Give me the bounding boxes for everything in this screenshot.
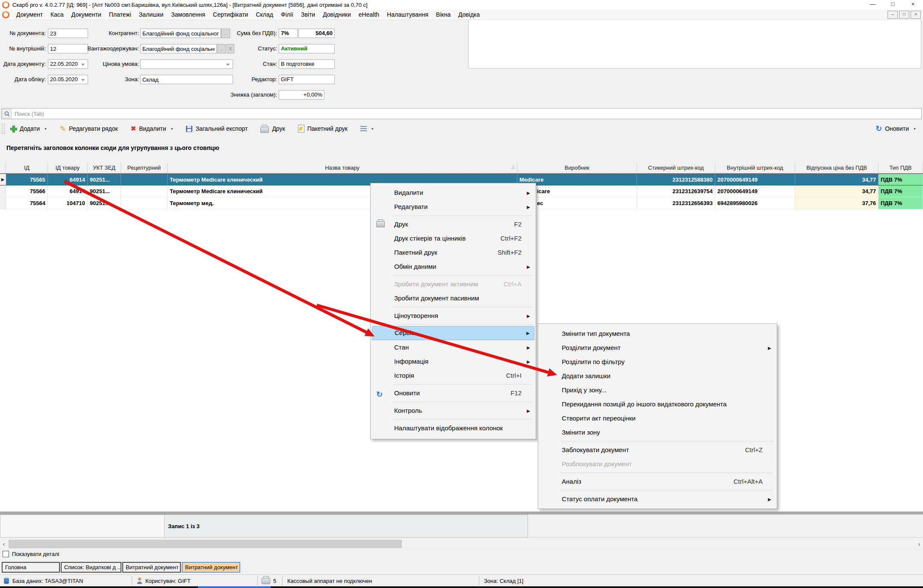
ctx-edit[interactable]: Редагувати▶ <box>372 200 534 214</box>
submenu-arrow-icon: ▶ <box>768 492 771 506</box>
menu-stocks[interactable]: Залишки <box>135 11 167 18</box>
scroll-right-button[interactable]: › <box>915 539 923 549</box>
delete-button[interactable]: Видалити ▼ <box>131 125 174 132</box>
column-header-recipe[interactable]: Рецептурний <box>121 162 168 173</box>
footer-top-strip <box>0 512 923 514</box>
ctx-arrival-to-zone[interactable]: Прихід у зону... <box>540 383 776 397</box>
ctx-payment-status[interactable]: Статус оплати документа▶ <box>540 492 776 506</box>
ctx-lock-document[interactable]: Заблокувати документCtrl+Z <box>540 443 776 457</box>
ctx-information[interactable]: Інформація▶ <box>372 354 534 368</box>
scrollbar-thumb[interactable] <box>9 540 402 548</box>
service-submenu: Змінити тип документа Розділити документ… <box>538 323 777 509</box>
column-header-vat-type[interactable]: Тип ПДВ <box>879 162 923 173</box>
tab-bar: Головна Список: Видаткові д ... Витратни… <box>0 562 923 573</box>
menu-ehealth[interactable]: eHealth <box>355 11 383 18</box>
add-button[interactable]: Додати ▼ <box>10 125 47 132</box>
ctx-analysis[interactable]: АналізCtrl+Alt+A <box>540 474 776 488</box>
ctx-control[interactable]: Контроль▶ <box>372 403 534 417</box>
discount-input[interactable]: +0,00% <box>279 90 324 100</box>
mdi-restore-button[interactable]: □ <box>899 11 909 19</box>
ctx-split-document[interactable]: Розділити документ▶ <box>540 341 776 355</box>
row-indicator-header <box>0 162 6 173</box>
column-header-product-id[interactable]: ІД товару <box>48 162 88 173</box>
ctx-batch-print[interactable]: Пакетний друкShift+F2 <box>372 245 534 259</box>
ctx-history[interactable]: ІсторіяCtrl+I <box>372 368 534 382</box>
toolbar-drag-handle[interactable] <box>2 123 5 134</box>
menu-certificates[interactable]: Сертифікати <box>209 11 252 18</box>
column-header-price[interactable]: Відпускна ціна без ПДВ <box>795 162 879 173</box>
column-header-id[interactable]: ІД <box>6 162 48 173</box>
delete-x-icon <box>131 125 136 132</box>
scroll-left-button[interactable]: ‹ <box>0 539 8 549</box>
submenu-arrow-icon: ▶ <box>527 355 530 369</box>
search-input[interactable] <box>12 111 921 117</box>
column-header-producer[interactable]: Виробник <box>517 162 637 173</box>
ctx-print-stickers[interactable]: Друк стікерів та цінниківCtrl+F2 <box>372 231 534 245</box>
ctx-refresh[interactable]: ОновитиF12 <box>372 386 534 400</box>
refresh-button[interactable]: Оновити ▼ <box>876 121 916 136</box>
ctx-change-doc-type[interactable]: Змінити тип документа <box>540 326 776 341</box>
submenu-arrow-icon: ▶ <box>527 200 530 214</box>
batch-print-button[interactable]: Пакетний друк <box>298 125 348 132</box>
menu-document[interactable]: Документ <box>12 11 47 18</box>
database-icon <box>3 577 9 584</box>
horizontal-scrollbar[interactable]: ‹ › <box>0 539 923 549</box>
tab-expense-document-2-active[interactable]: Витратний документ .. <box>182 562 240 573</box>
ctx-create-revaluation-act[interactable]: Створити акт переоцінки <box>540 411 776 425</box>
menu-reports[interactable]: Звіти <box>297 11 319 18</box>
menu-help[interactable]: Довідка <box>454 11 484 18</box>
pencil-icon <box>60 125 66 132</box>
mdi-minimize-button[interactable]: – <box>888 11 898 19</box>
add-dropdown-caret[interactable]: ▼ <box>44 127 47 130</box>
sort-ascending-icon[interactable]: △ <box>511 165 515 169</box>
delete-dropdown-caret[interactable]: ▼ <box>171 127 174 130</box>
column-header-ukt[interactable]: УКТ ЗЕД <box>88 162 121 173</box>
tab-expense-list[interactable]: Список: Видаткові д ... <box>61 562 121 573</box>
menu-documents[interactable]: Документи <box>68 11 105 18</box>
ctx-split-by-filter[interactable]: Розділити по фільтру <box>540 355 776 369</box>
column-list-button[interactable]: ▼ <box>360 126 374 132</box>
menu-warehouse[interactable]: Склад <box>252 11 277 18</box>
print-button[interactable]: Друк <box>260 125 285 133</box>
show-details-checkbox[interactable] <box>3 551 9 557</box>
menu-orders[interactable]: Замовлення <box>167 11 209 18</box>
ctx-delete[interactable]: Видалити▶ <box>372 185 534 200</box>
menu-windows[interactable]: Вікна <box>432 11 454 18</box>
menu-branches[interactable]: Філії <box>277 11 297 18</box>
column-header-sticker-barcode[interactable]: Стикерний штрих-код <box>637 162 715 173</box>
status-bar: База даних: TASA3@TITAN Користувач: GIFT… <box>0 574 923 586</box>
edit-row-button[interactable]: Редагувати рядок <box>60 125 118 132</box>
ctx-print[interactable]: ДрукF2 <box>372 217 534 231</box>
ctx-unlock-document: Розблокувати документ <box>540 457 776 471</box>
ctx-make-passive[interactable]: Зробити документ пасивним <box>372 291 534 305</box>
menu-directories[interactable]: Довідники <box>319 11 355 18</box>
printer-icon <box>376 221 385 227</box>
column-header-name[interactable]: Назва товару △ <box>168 162 517 173</box>
notes-panel[interactable] <box>468 20 921 68</box>
ctx-change-zone[interactable]: Змінити зону <box>540 425 776 439</box>
menu-settings[interactable]: Налаштування <box>383 11 432 18</box>
menu-payments[interactable]: Платежі <box>105 11 135 18</box>
ctx-pricing[interactable]: Ціноутворення▶ <box>372 309 534 323</box>
title-bar: Скарб pro v. 4.0.2.77 [ІД: 969] - [Апт №… <box>0 0 923 9</box>
close-button[interactable]: × <box>903 0 923 9</box>
ctx-service[interactable]: Сервіс▶ <box>372 326 534 340</box>
ctx-move-positions[interactable]: Перекидання позицій до іншого видатковог… <box>540 397 776 411</box>
mdi-close-button[interactable]: × <box>911 11 921 19</box>
ctx-data-exchange[interactable]: Обмін даними▶ <box>372 259 534 273</box>
ctx-state[interactable]: Стан▶ <box>372 340 534 354</box>
search-icon[interactable] <box>2 109 12 118</box>
column-header-internal-barcode[interactable]: Внутрішній штрих-код <box>715 162 795 173</box>
search-bar <box>1 108 922 119</box>
ctx-add-stocks[interactable]: Додати залишки <box>540 369 776 383</box>
minimize-button[interactable]: — <box>863 0 883 9</box>
tab-home[interactable]: Головна <box>2 562 60 573</box>
tab-expense-document-1[interactable]: Витратний документ .. <box>122 562 181 573</box>
sum-vat-percent: 7% <box>279 29 298 38</box>
maximize-button[interactable]: □ <box>883 0 903 9</box>
menu-kasa[interactable]: Каса <box>47 11 68 18</box>
bottom-edge-blue-segment <box>198 586 271 588</box>
export-button[interactable]: Загальний експорт <box>186 125 248 132</box>
ctx-configure-columns[interactable]: Налаштувати відображення колонок <box>372 421 534 435</box>
plus-icon <box>10 125 17 132</box>
